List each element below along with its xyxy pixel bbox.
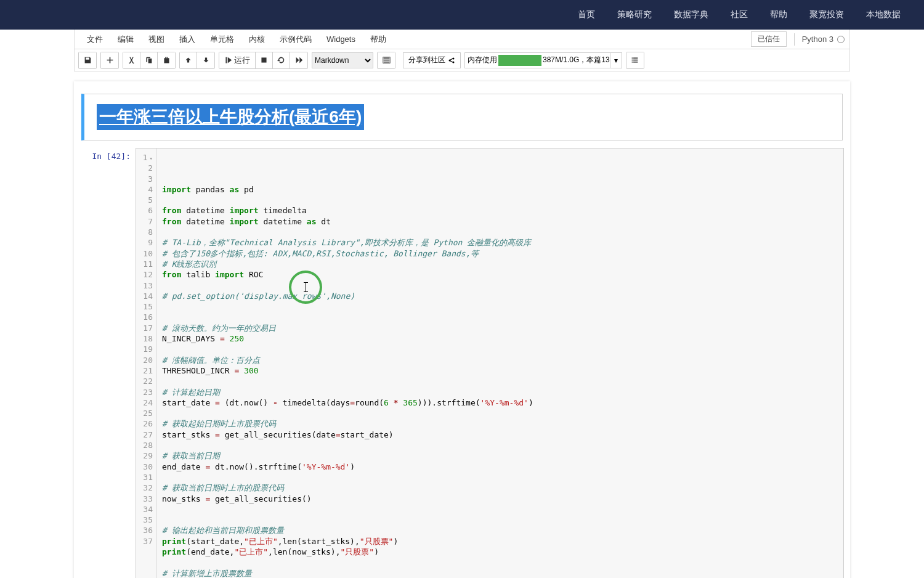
share-icon — [448, 57, 455, 64]
svg-rect-10 — [632, 60, 633, 61]
menu-view[interactable]: 视图 — [141, 31, 172, 47]
move-down-button[interactable] — [197, 52, 214, 68]
trusted-indicator[interactable]: 已信任 — [751, 31, 787, 47]
menu-kernel[interactable]: 内核 — [241, 31, 272, 47]
svg-rect-8 — [632, 57, 633, 59]
mem-value: 387M/1.0G，本篇13 — [543, 55, 610, 65]
notebook-container: 一年涨三倍以上牛股分析(最近6年) In [42]: 1234567891011… — [74, 81, 850, 578]
command-palette-button[interactable] — [378, 52, 395, 68]
markdown-cell[interactable]: 一年涨三倍以上牛股分析(最近6年) — [81, 94, 843, 140]
copy-button[interactable] — [140, 52, 158, 68]
menu-edit[interactable]: 编辑 — [110, 31, 141, 47]
nav-local-data[interactable]: 本地数据 — [855, 9, 912, 20]
save-button[interactable] — [79, 52, 96, 68]
svg-rect-13 — [633, 62, 638, 63]
share-button[interactable]: 分享到社区 — [403, 52, 461, 68]
restart-run-all-button[interactable] — [290, 52, 307, 68]
stop-button[interactable] — [256, 52, 273, 68]
kernel-status-icon[interactable] — [837, 36, 845, 43]
nav-help[interactable]: 帮助 — [759, 9, 798, 20]
mem-label: 内存使用 — [468, 55, 497, 65]
menu-examples[interactable]: 示例代码 — [272, 31, 319, 47]
nav-community[interactable]: 社区 — [719, 9, 759, 20]
mem-bar — [498, 55, 541, 66]
cell-prompt: In [42]: — [80, 148, 136, 578]
menu-cell[interactable]: 单元格 — [203, 31, 241, 47]
nav-data-dict[interactable]: 数据字典 — [663, 9, 719, 20]
svg-rect-0 — [261, 57, 266, 62]
share-label: 分享到社区 — [408, 55, 445, 65]
run-label: 运行 — [234, 55, 250, 66]
top-nav: 首页 策略研究 数据字典 社区 帮助 聚宽投资 本地数据 — [0, 0, 924, 30]
svg-rect-12 — [632, 62, 633, 63]
move-up-button[interactable] — [180, 52, 197, 68]
code-content[interactable]: import pandas as pd from datetime import… — [157, 149, 843, 578]
toc-button[interactable] — [626, 52, 644, 68]
kernel-name: Python 3 — [802, 35, 833, 44]
run-button[interactable]: 运行 — [219, 52, 256, 68]
kernel-indicator: Python 3 — [802, 35, 845, 44]
svg-rect-3 — [383, 62, 389, 63]
code-input-area[interactable]: 1234567891011121314151617181920212223242… — [136, 148, 844, 578]
restart-button[interactable] — [273, 52, 290, 68]
menubar: 文件 编辑 视图 插入 单元格 内核 示例代码 Widgets 帮助 已信任 P… — [74, 30, 850, 49]
menu-insert[interactable]: 插入 — [172, 31, 203, 47]
cut-button[interactable] — [123, 52, 140, 68]
paste-button[interactable] — [158, 52, 175, 68]
svg-rect-9 — [633, 57, 638, 59]
memory-usage[interactable]: 内存使用 387M/1.0G，本篇13 ▾ — [464, 52, 622, 68]
svg-rect-2 — [383, 60, 389, 61]
svg-rect-1 — [383, 57, 389, 59]
cell-type-select[interactable]: Markdown — [312, 52, 373, 68]
nav-joinquant[interactable]: 聚宽投资 — [798, 9, 855, 20]
nav-strategy[interactable]: 策略研究 — [606, 9, 663, 20]
code-cell[interactable]: In [42]: 1234567891011121314151617181920… — [80, 148, 844, 578]
svg-rect-11 — [633, 60, 638, 61]
add-cell-button[interactable] — [101, 52, 118, 68]
menu-widgets[interactable]: Widgets — [319, 32, 363, 46]
mem-dropdown-icon[interactable]: ▾ — [610, 53, 622, 68]
toolbar: 运行 Markdown 分享到社区 内存使用 387M/1.0G，本篇13 ▾ — [74, 49, 850, 71]
menu-help[interactable]: 帮助 — [363, 31, 394, 47]
nav-home[interactable]: 首页 — [567, 9, 606, 20]
menu-file[interactable]: 文件 — [79, 31, 110, 47]
line-gutter: 1234567891011121314151617181920212223242… — [136, 149, 157, 578]
markdown-title: 一年涨三倍以上牛股分析(最近6年) — [97, 104, 364, 130]
